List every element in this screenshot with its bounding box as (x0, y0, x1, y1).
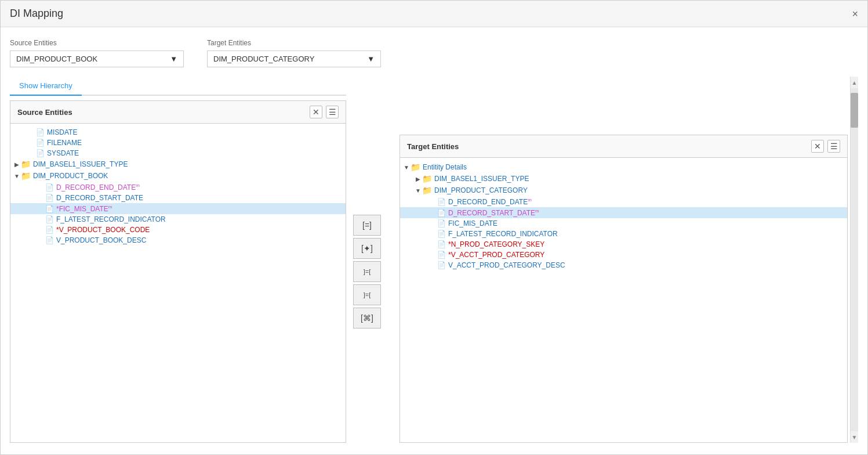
top-selectors: Source Entities DIM_PRODUCT_BOOK ▼ Targe… (10, 39, 858, 67)
expand-icon-entity-details: ▼ (402, 164, 411, 171)
left-section: Show Hierarchy Source Entities ✕ ☰ (10, 77, 346, 443)
label-dim-product-book: DIM_PRODUCT_BOOK (33, 172, 108, 180)
tree-item-f-latest-tgt[interactable]: 📄 F_LATEST_RECORD_INDICATOR (400, 229, 847, 239)
target-clear-icon[interactable]: ✕ (811, 140, 824, 153)
label-entity-details: Entitity Details (423, 163, 467, 171)
source-value: DIM_PRODUCT_BOOK (16, 55, 97, 63)
target-selector-group: Target Entities DIM_PRODUCT_CATEGORY ▼ (207, 39, 381, 67)
map-button-5[interactable]: [⌘] (353, 308, 381, 328)
label-dim-product-category: DIM_PRODUCT_CATEGORY (434, 186, 528, 194)
global-scrollbar[interactable]: ▲ ▼ (850, 77, 858, 443)
dialog-titlebar: DI Mapping × (1, 1, 867, 27)
expand-icon-dim-basel1: ▶ (13, 161, 21, 168)
main-content: Show Hierarchy Source Entities ✕ ☰ (10, 77, 858, 443)
target-value: DIM_PRODUCT_CATEGORY (213, 55, 314, 63)
label-d-record-end-date-tgt: D_RECORD_END_DATEm (448, 197, 532, 206)
label-v-acct-prod-category: *V_ACCT_PROD_CATEGORY (448, 251, 544, 259)
target-panel: Target Entities ✕ ☰ ▼ 📁 Entitity Details (400, 135, 848, 443)
source-dropdown[interactable]: DIM_PRODUCT_BOOK ▼ (10, 50, 184, 67)
label-sysdate: SYSDATE (47, 149, 79, 157)
map-button-4[interactable]: ]=[ (353, 284, 381, 305)
middle-buttons: [=] [✦] ]=[ ]=[ [⌘] (346, 100, 388, 443)
file-icon-d-record-start-date-tgt: 📄 (437, 209, 446, 217)
tree-item-v-product-book-code[interactable]: 📄 *V_PRODUCT_BOOK_CODE (10, 225, 346, 235)
source-list-icon[interactable]: ☰ (326, 106, 339, 118)
label-misdate: MISDATE (47, 128, 77, 136)
expand-icon-dim-product-book: ▼ (13, 173, 21, 179)
tree-item-entity-details[interactable]: ▼ 📁 Entitity Details (400, 161, 847, 173)
tree-item-d-record-end-date-src[interactable]: 📄 D_RECORD_END_DATEm (10, 182, 346, 193)
file-icon-fic-mis-date-tgt: 📄 (437, 219, 446, 228)
tree-item-dim-basel1-target[interactable]: ▶ 📁 DIM_BASEL1_ISSUER_TYPE (400, 173, 847, 185)
target-dropdown[interactable]: DIM_PRODUCT_CATEGORY ▼ (207, 50, 381, 67)
file-icon-f-latest-src: 📄 (45, 215, 54, 223)
scroll-thumb[interactable] (851, 93, 858, 128)
source-panel-title: Source Entities (17, 108, 72, 117)
tree-item-d-record-start-date-tgt[interactable]: 📄 D_RECORD_START_DATEm (400, 207, 847, 218)
label-dim-basel1-target: DIM_BASEL1_ISSUER_TYPE (434, 175, 529, 183)
label-v-acct-prod-category-desc: V_ACCT_PROD_CATEGORY_DESC (448, 261, 565, 269)
tree-item-n-prod-category-skey[interactable]: 📄 *N_PROD_CATEGORY_SKEY (400, 239, 847, 250)
tree-item-dim-product-book[interactable]: ▼ 📁 DIM_PRODUCT_BOOK (10, 170, 346, 182)
file-icon-misdate: 📄 (36, 128, 45, 136)
label-filename: FILENAME (47, 139, 82, 147)
map-button-2[interactable]: [✦] (353, 238, 381, 259)
folder-icon-dim-product-book: 📁 (21, 171, 31, 180)
target-panel-icons: ✕ ☰ (811, 140, 840, 153)
label-d-record-start-date-tgt: D_RECORD_START_DATEm (448, 208, 539, 217)
source-tree: 📄 MISDATE 📄 FILENAME 📄 (10, 124, 346, 442)
label-fic-mis-date-src: *FIC_MIS_DATEm (56, 204, 112, 213)
target-panel-header: Target Entities ✕ ☰ (400, 135, 847, 158)
tree-item-fic-mis-date-src[interactable]: 📄 *FIC_MIS_DATEm (10, 203, 346, 214)
tree-item-v-acct-prod-category-desc[interactable]: 📄 V_ACCT_PROD_CATEGORY_DESC (400, 260, 847, 270)
file-icon-v-product-book-code: 📄 (45, 226, 54, 234)
tree-item-v-product-book-desc[interactable]: 📄 V_PRODUCT_BOOK_DESC (10, 235, 346, 245)
target-list-icon[interactable]: ☰ (827, 140, 840, 153)
tab-show-hierarchy[interactable]: Show Hierarchy (10, 77, 82, 96)
tree-item-f-latest-src[interactable]: 📄 F_LATEST_RECORD_INDICATOR (10, 214, 346, 225)
folder-icon-dim-basel1: 📁 (21, 160, 31, 169)
file-icon-d-record-end-date-tgt: 📄 (437, 198, 446, 206)
label-dim-basel1: DIM_BASEL1_ISSUER_TYPE (33, 160, 128, 168)
file-icon-filename: 📄 (36, 139, 45, 147)
tree-item-v-acct-prod-category[interactable]: 📄 *V_ACCT_PROD_CATEGORY (400, 250, 847, 260)
file-icon-fic-mis-date-src: 📄 (45, 205, 54, 213)
folder-icon-dim-basel1-target: 📁 (422, 174, 432, 183)
target-label: Target Entities (207, 39, 381, 47)
file-icon-sysdate: 📄 (36, 149, 45, 157)
target-arrow-icon: ▼ (367, 55, 375, 63)
target-tree: ▼ 📁 Entitity Details ▶ 📁 DIM_BASEL1_ISSU… (400, 158, 847, 442)
tree-item-d-record-start-date-src[interactable]: 📄 D_RECORD_START_DATE (10, 193, 346, 203)
label-n-prod-category-skey: *N_PROD_CATEGORY_SKEY (448, 240, 544, 248)
tree-item-sysdate[interactable]: 📄 SYSDATE (10, 148, 346, 158)
map-button-3[interactable]: ]=[ (353, 261, 381, 282)
label-v-product-book-desc: V_PRODUCT_BOOK_DESC (56, 236, 146, 244)
label-d-record-start-date-src: D_RECORD_START_DATE (56, 194, 143, 202)
tree-item-d-record-end-date-tgt[interactable]: 📄 D_RECORD_END_DATEm (400, 196, 847, 207)
tree-item-filename[interactable]: 📄 FILENAME (10, 138, 346, 148)
expand-icon-dim-product-category: ▼ (414, 187, 422, 194)
tabs-bar: Show Hierarchy (10, 77, 346, 96)
dialog-container: DI Mapping × Source Entities DIM_PRODUCT… (0, 0, 868, 455)
file-icon-v-product-book-desc: 📄 (45, 236, 54, 244)
source-arrow-icon: ▼ (170, 55, 177, 63)
scroll-up-arrow[interactable]: ▲ (851, 77, 858, 88)
close-button[interactable]: × (852, 9, 858, 19)
tree-item-misdate[interactable]: 📄 MISDATE (10, 127, 346, 138)
file-icon-d-record-end-date-src: 📄 (45, 183, 54, 192)
tree-item-dim-product-category[interactable]: ▼ 📁 DIM_PRODUCT_CATEGORY (400, 185, 847, 196)
scroll-down-arrow[interactable]: ▼ (851, 431, 858, 443)
label-v-product-book-code: *V_PRODUCT_BOOK_CODE (56, 226, 150, 234)
tree-item-fic-mis-date-tgt[interactable]: 📄 FIC_MIS_DATE (400, 218, 847, 229)
label-f-latest-src: F_LATEST_RECORD_INDICATOR (56, 215, 166, 223)
scroll-track (851, 88, 858, 431)
target-panel-title: Target Entities (407, 142, 459, 151)
source-panel-icons: ✕ ☰ (310, 106, 339, 118)
dialog-title: DI Mapping (10, 8, 63, 20)
label-d-record-end-date-src: D_RECORD_END_DATEm (56, 183, 140, 192)
file-icon-n-prod-category-skey: 📄 (437, 240, 446, 248)
dialog-body: Source Entities DIM_PRODUCT_BOOK ▼ Targe… (1, 27, 867, 454)
map-button-1[interactable]: [=] (353, 215, 381, 236)
source-clear-icon[interactable]: ✕ (310, 106, 322, 118)
tree-item-dim-basel1[interactable]: ▶ 📁 DIM_BASEL1_ISSUER_TYPE (10, 158, 346, 170)
